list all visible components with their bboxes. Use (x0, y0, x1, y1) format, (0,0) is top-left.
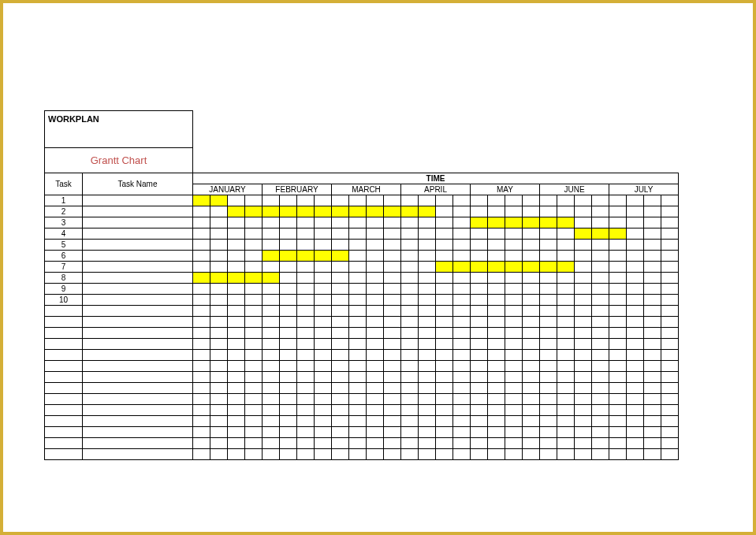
gantt-cell (523, 405, 540, 416)
task-name-cell (83, 350, 193, 361)
task-name-cell (83, 240, 193, 251)
task-name-cell (83, 217, 193, 228)
gantt-cell (419, 317, 436, 328)
task-number-cell: 8 (45, 273, 83, 284)
task-row (45, 449, 679, 460)
gantt-cell (332, 295, 349, 306)
gantt-cell (505, 339, 523, 350)
gantt-cell (436, 262, 453, 273)
gantt-cell (280, 295, 297, 306)
gantt-cell (644, 405, 661, 416)
gantt-cell (280, 427, 297, 438)
gantt-cell (297, 427, 315, 438)
gantt-cell (401, 284, 419, 295)
gantt-cell (488, 394, 505, 405)
gantt-cell (471, 206, 488, 217)
gantt-cell (540, 295, 557, 306)
gantt-cell (401, 195, 419, 206)
gantt-cell (349, 427, 367, 438)
gantt-cell (228, 240, 245, 251)
gantt-cell (419, 251, 436, 262)
gantt-cell (263, 427, 280, 438)
gantt-cell (661, 306, 679, 317)
gantt-cell (210, 438, 228, 449)
gantt-cell (419, 195, 436, 206)
gantt-cell (436, 228, 453, 240)
gantt-cell (367, 273, 384, 284)
task-row (45, 328, 679, 339)
gantt-cell (210, 383, 228, 394)
gantt-cell (644, 328, 661, 339)
gantt-cell (228, 217, 245, 228)
gantt-cell (228, 449, 245, 460)
gantt-cell (193, 206, 210, 217)
gantt-cell (523, 273, 540, 284)
gantt-cell (609, 306, 627, 317)
month-header-june: JUNE (540, 184, 609, 195)
gantt-cell (384, 306, 401, 317)
gantt-cell (540, 438, 557, 449)
gantt-cell (263, 449, 280, 460)
gantt-cell (575, 394, 592, 405)
task-row (45, 350, 679, 361)
task-name-cell (83, 328, 193, 339)
gantt-cell (557, 383, 575, 394)
gantt-cell (193, 295, 210, 306)
gantt-chart: WORKPLAN Grantt Chart Task Task Name (44, 110, 706, 460)
gantt-cell (453, 427, 471, 438)
gantt-cell (436, 339, 453, 350)
gantt-cell (349, 262, 367, 273)
gantt-cell (609, 284, 627, 295)
gantt-cell (540, 284, 557, 295)
task-row (45, 306, 679, 317)
task-name-cell (83, 284, 193, 295)
gantt-cell (453, 416, 471, 427)
gantt-cell (436, 295, 453, 306)
gantt-cell (384, 240, 401, 251)
gantt-cell (349, 195, 367, 206)
gantt-cell (280, 262, 297, 273)
task-row (45, 383, 679, 394)
gantt-cell (401, 372, 419, 383)
gantt-cell (505, 217, 523, 228)
gantt-cell (401, 350, 419, 361)
gantt-cell (315, 394, 332, 405)
gantt-cell (263, 251, 280, 262)
gantt-cell (627, 317, 644, 328)
gantt-cell (210, 273, 228, 284)
gantt-cell (471, 416, 488, 427)
gantt-cell (263, 372, 280, 383)
gantt-cell (210, 449, 228, 460)
gantt-cell (367, 416, 384, 427)
gantt-cell (471, 217, 488, 228)
gantt-cell (453, 339, 471, 350)
task-number-cell (45, 438, 83, 449)
gantt-cell (332, 438, 349, 449)
gantt-cell (245, 228, 263, 240)
gantt-cell (297, 306, 315, 317)
gantt-cell (627, 306, 644, 317)
gantt-cell (471, 273, 488, 284)
gantt-cell (505, 295, 523, 306)
gantt-cell (575, 295, 592, 306)
gantt-cell (332, 361, 349, 372)
gantt-cell (575, 449, 592, 460)
gantt-cell (540, 306, 557, 317)
gantt-cell (609, 206, 627, 217)
gantt-cell (661, 228, 679, 240)
gantt-cell (263, 284, 280, 295)
gantt-cell (523, 240, 540, 251)
gantt-cell (280, 206, 297, 217)
gantt-cell (401, 394, 419, 405)
gantt-cell (453, 262, 471, 273)
gantt-cell (436, 206, 453, 217)
gantt-cell (523, 449, 540, 460)
gantt-cell (419, 416, 436, 427)
gantt-cell (315, 328, 332, 339)
gantt-cell (505, 262, 523, 273)
gantt-cell (349, 206, 367, 217)
gantt-cell (332, 206, 349, 217)
gantt-cell (557, 361, 575, 372)
gantt-cell (644, 438, 661, 449)
gantt-cell (540, 262, 557, 273)
